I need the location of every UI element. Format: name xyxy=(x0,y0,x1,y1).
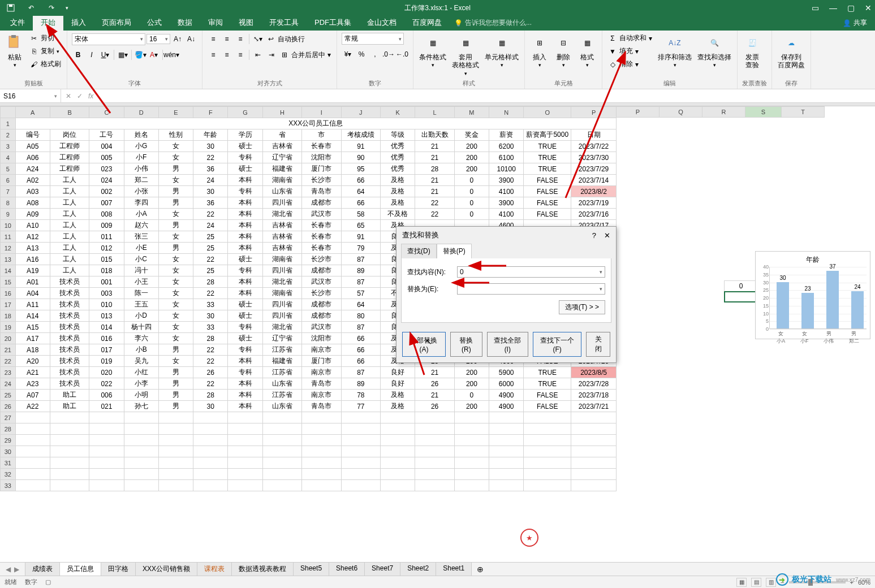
cell[interactable]: A22 xyxy=(15,401,50,412)
cell[interactable] xyxy=(381,469,415,480)
cell[interactable]: 009 xyxy=(89,220,124,231)
cell[interactable]: 87 xyxy=(341,254,380,265)
cell[interactable]: 22 xyxy=(193,209,228,220)
cell[interactable]: 87 xyxy=(341,276,380,288)
cell[interactable]: 湖南省 xyxy=(262,175,301,186)
cell[interactable]: 015 xyxy=(89,254,124,265)
cell[interactable]: FALSE xyxy=(524,186,571,197)
cell[interactable]: 28 xyxy=(415,163,454,175)
sheet-tab[interactable]: Sheet5 xyxy=(293,562,329,577)
cell[interactable]: 小王 xyxy=(124,276,158,288)
cell[interactable]: 6200 xyxy=(489,141,524,152)
cell[interactable]: 89 xyxy=(341,265,380,276)
cell[interactable]: 005 xyxy=(89,152,124,163)
row-header[interactable]: 28 xyxy=(1,423,16,435)
cell[interactable]: 四川省 xyxy=(262,299,301,310)
cell[interactable]: 0 xyxy=(454,197,489,209)
cell[interactable] xyxy=(415,446,454,457)
cell[interactable] xyxy=(50,457,89,469)
cell[interactable]: 硕士 xyxy=(228,141,262,152)
delete-cells-button[interactable]: ⊟删除▾ xyxy=(553,33,574,69)
col-header[interactable]: C xyxy=(89,107,124,118)
cell[interactable]: 22 xyxy=(193,344,228,356)
row-header[interactable]: 22 xyxy=(1,356,16,367)
cell[interactable]: 男 xyxy=(158,243,193,254)
cell[interactable]: 良好 xyxy=(381,367,415,378)
cell[interactable]: 硕士 xyxy=(228,310,262,322)
row-header[interactable]: 2 xyxy=(1,129,16,141)
cell[interactable] xyxy=(193,480,228,491)
cell[interactable]: 2023/7/18 xyxy=(571,390,617,401)
cell[interactable]: 学历 xyxy=(228,129,262,141)
cell[interactable]: A14 xyxy=(15,310,50,322)
cell[interactable] xyxy=(262,435,301,446)
row-header[interactable]: 9 xyxy=(1,209,16,220)
cell[interactable]: 26 xyxy=(193,367,228,378)
col-header[interactable]: L xyxy=(415,107,454,118)
row-header[interactable]: 24 xyxy=(1,378,16,390)
cell[interactable]: 厦门市 xyxy=(302,163,341,175)
cell[interactable]: 95 xyxy=(341,163,380,175)
cell[interactable]: 2023/7/22 xyxy=(571,141,617,152)
row-header[interactable]: 21 xyxy=(1,344,16,356)
undo-icon[interactable]: ↶ xyxy=(25,2,37,14)
cell[interactable]: 200 xyxy=(454,378,489,390)
cell[interactable] xyxy=(302,412,341,423)
align-right-icon[interactable]: ≡ xyxy=(234,49,247,61)
cell[interactable]: 91 xyxy=(341,141,380,152)
cell[interactable]: 020 xyxy=(89,367,124,378)
cell[interactable]: 008 xyxy=(89,209,124,220)
fill-button[interactable]: ▼填充▾ xyxy=(607,46,653,57)
cell[interactable]: 男 xyxy=(158,197,193,209)
cell[interactable] xyxy=(158,446,193,457)
dialog-tab-replace[interactable]: 替换(P) xyxy=(437,244,472,258)
row-header[interactable]: 8 xyxy=(1,197,16,209)
cell[interactable]: 李四 xyxy=(124,197,158,209)
sheet-tab[interactable]: Sheet6 xyxy=(329,562,365,577)
cell[interactable]: 硕士 xyxy=(228,254,262,265)
cell[interactable]: 本科 xyxy=(228,356,262,367)
insert-cells-button[interactable]: ⊞插入▾ xyxy=(529,33,550,69)
cell[interactable]: 武汉市 xyxy=(302,209,341,220)
cell[interactable]: FALSE xyxy=(524,197,571,209)
cell[interactable] xyxy=(341,435,380,446)
tab-pdf[interactable]: PDF工具集 xyxy=(307,15,359,31)
cell[interactable]: 出勤天数 xyxy=(415,129,454,141)
cell[interactable]: A05 xyxy=(15,141,50,152)
cell[interactable] xyxy=(89,423,124,435)
cell[interactable]: 22 xyxy=(415,197,454,209)
cell[interactable]: 36 xyxy=(193,163,228,175)
cell[interactable] xyxy=(158,469,193,480)
font-color-icon[interactable]: A▾ xyxy=(148,49,160,61)
cancel-formula-icon[interactable]: ✕ xyxy=(66,92,71,100)
cell[interactable]: 22 xyxy=(193,288,228,299)
cell[interactable]: 本科 xyxy=(228,401,262,412)
view-layout-icon[interactable]: ▤ xyxy=(751,578,761,587)
cell[interactable] xyxy=(454,480,489,491)
cell[interactable]: 001 xyxy=(89,276,124,288)
cell[interactable]: 南京市 xyxy=(302,344,341,356)
cell[interactable]: 青岛市 xyxy=(302,186,341,197)
cell[interactable] xyxy=(228,412,262,423)
cell[interactable]: 武汉市 xyxy=(302,276,341,288)
cell[interactable]: A09 xyxy=(15,209,50,220)
cell[interactable]: 011 xyxy=(89,231,124,243)
cell[interactable]: 赵六 xyxy=(124,220,158,231)
cell[interactable]: 2023/7/30 xyxy=(571,152,617,163)
row-header[interactable]: 30 xyxy=(1,446,16,457)
cell[interactable]: 专科 xyxy=(228,265,262,276)
invoice-check-button[interactable]: 🧾发票 查验 xyxy=(742,33,762,71)
col-header[interactable]: M xyxy=(454,107,489,118)
col-header[interactable]: B xyxy=(50,107,89,118)
cell[interactable]: 及格 xyxy=(381,175,415,186)
cell[interactable]: 吉林省 xyxy=(262,220,301,231)
cell[interactable] xyxy=(193,412,228,423)
cell[interactable]: 性别 xyxy=(158,129,193,141)
cell[interactable]: 2023/7/29 xyxy=(571,163,617,175)
cell[interactable]: FALSE xyxy=(524,401,571,412)
cell[interactable] xyxy=(381,446,415,457)
row-header[interactable]: 11 xyxy=(1,231,16,243)
cell[interactable]: 工人 xyxy=(50,175,89,186)
row-header[interactable]: 15 xyxy=(1,276,16,288)
cell[interactable]: 6000 xyxy=(489,378,524,390)
